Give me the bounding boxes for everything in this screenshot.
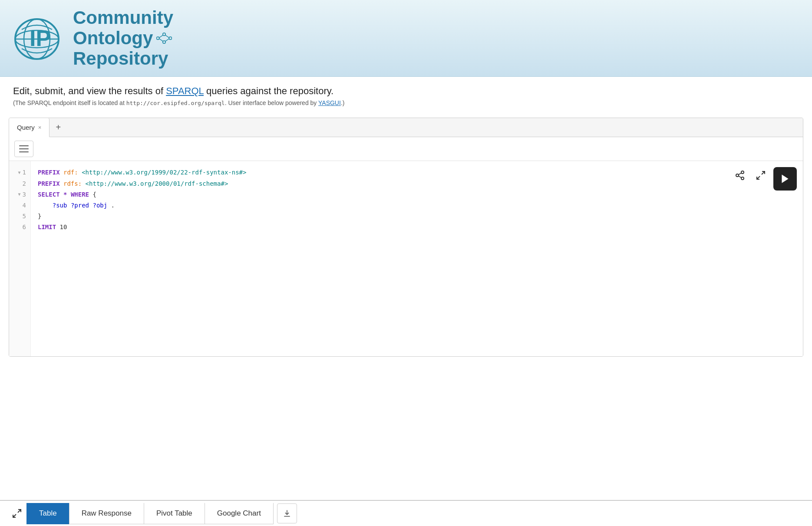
- run-query-button[interactable]: [773, 167, 797, 191]
- svg-line-18: [762, 171, 765, 174]
- svg-line-11: [165, 35, 169, 38]
- line-2-num: 2: [13, 178, 26, 189]
- logo-title-ontology: Ontology: [73, 28, 173, 49]
- svg-point-5: [157, 37, 159, 39]
- tab-close-button[interactable]: ×: [38, 124, 42, 131]
- code-editor-content[interactable]: PREFIX rdf: <http://www.w3.org/1999/02/2…: [31, 161, 726, 356]
- yasgui-link[interactable]: YASGUI: [318, 99, 341, 106]
- line-5-num: 5: [13, 211, 26, 222]
- line-4-num: 4: [13, 200, 26, 211]
- hamburger-line-2: [19, 148, 29, 149]
- query-tab-label: Query: [17, 124, 35, 131]
- query-tab[interactable]: Query ×: [9, 118, 50, 137]
- intro-text: Edit, submit, and view the results of SP…: [13, 85, 799, 97]
- share-icon: [735, 170, 745, 181]
- logo-title-community: Community: [73, 8, 173, 28]
- intro-section: Edit, submit, and view the results of SP…: [0, 77, 812, 113]
- svg-marker-20: [782, 175, 788, 184]
- fullscreen-icon: [756, 170, 766, 181]
- svg-line-9: [159, 35, 163, 38]
- esip-logo: IP: [13, 16, 65, 60]
- logo-title-repository: Repository: [73, 49, 173, 69]
- page-header: IP Community Ontology Repository: [0, 0, 812, 77]
- code-editor[interactable]: ▼ 1 2 ▼ 3 4 5 6 PREFIX rdf: <http://www.…: [9, 161, 803, 356]
- editor-right-toolbar: [726, 161, 803, 356]
- add-tab-button[interactable]: +: [50, 118, 67, 137]
- line-6-num: 6: [13, 222, 26, 233]
- svg-point-14: [736, 174, 739, 177]
- hamburger-line-3: [19, 151, 29, 152]
- svg-text:IP: IP: [30, 26, 51, 51]
- hamburger-menu-button[interactable]: [14, 141, 33, 157]
- svg-point-6: [163, 33, 165, 36]
- fullscreen-button[interactable]: [753, 167, 769, 184]
- hamburger-line-1: [19, 145, 29, 146]
- play-icon: [779, 173, 791, 184]
- svg-line-17: [739, 173, 742, 175]
- svg-point-15: [741, 177, 744, 180]
- line-1-num: ▼ 1: [13, 167, 26, 178]
- query-tabs: Query × +: [9, 118, 803, 137]
- svg-point-8: [169, 37, 172, 39]
- svg-line-10: [159, 39, 163, 41]
- query-section: Query × + ▼ 1 2 ▼ 3 4: [9, 118, 803, 357]
- svg-line-16: [739, 176, 742, 178]
- sparql-link[interactable]: SPARQL: [166, 85, 204, 96]
- logo-container: IP Community Ontology Repository: [13, 8, 173, 69]
- svg-point-7: [163, 41, 165, 43]
- svg-point-13: [741, 171, 744, 174]
- line-3-num: ▼ 3: [13, 189, 26, 200]
- editor-toolbar: [9, 137, 803, 161]
- logo-text: Community Ontology Repository: [73, 8, 173, 69]
- line-numbers: ▼ 1 2 ▼ 3 4 5 6: [9, 161, 31, 356]
- svg-line-19: [757, 176, 760, 179]
- share-button[interactable]: [732, 167, 748, 184]
- svg-line-12: [165, 39, 169, 41]
- intro-subtext: (The SPARQL endpoint itself is located a…: [13, 99, 799, 106]
- endpoint-url: http://cor.esipfed.org/sparql: [126, 100, 225, 106]
- network-icon: [156, 32, 172, 44]
